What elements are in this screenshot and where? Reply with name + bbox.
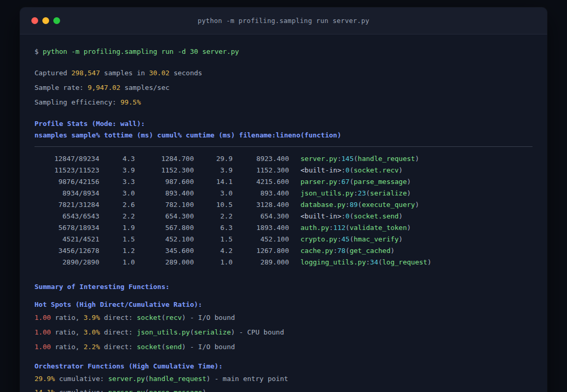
terminal-text-segment: socket.send xyxy=(354,212,399,220)
terminal-text-segment: ( xyxy=(145,375,149,383)
table-cell: 3.9 xyxy=(99,165,135,176)
terminal-text-segment: samples/sec xyxy=(120,84,169,91)
table-cell: 2.2 xyxy=(99,211,135,222)
terminal-text-segment: serialize xyxy=(370,189,407,197)
terminal-text-segment: parser.py xyxy=(108,388,145,392)
terminal-text-segment: ( xyxy=(345,247,350,255)
minimize-button[interactable] xyxy=(42,17,49,24)
terminal-text-segment: 14.1% xyxy=(34,388,55,392)
terminal-line-divider xyxy=(34,146,533,147)
terminal-text-segment: validate_token xyxy=(350,224,407,232)
terminal-text-segment: seconds xyxy=(169,69,202,77)
terminal-text-segment: socket xyxy=(137,343,161,351)
terminal-text-segment: ( xyxy=(350,235,354,243)
table-cell-location: crypto.py:45(hmac_verify) xyxy=(289,234,533,245)
terminal-text-segment: : xyxy=(341,212,345,220)
table-cell-location: json_utils.py:23(serialize) xyxy=(289,188,533,199)
table-cell: 452.100 xyxy=(233,234,289,245)
terminal-text-segment: 1.00 xyxy=(34,328,51,336)
terminal-line-row: 4521/45211.5452.1001.5452.100crypto.py:4… xyxy=(34,234,533,245)
table-cell-location: auth.py:112(validate_token) xyxy=(289,222,533,234)
terminal-text-segment: parser.py xyxy=(300,178,337,186)
table-cell: 1.0 xyxy=(194,257,233,268)
terminal-line-row: 7821/312842.6782.10010.53128.400database… xyxy=(34,199,533,211)
terminal-text-segment: 99.5% xyxy=(120,98,141,106)
terminal-text-segment: logging_utils.py xyxy=(300,258,366,266)
terminal-text-segment: execute_query xyxy=(362,201,415,209)
terminal-line-row: 9876/421563.3987.60014.14215.600parser.p… xyxy=(34,176,533,188)
terminal-text-segment: json_utils.py xyxy=(137,328,190,336)
terminal-text-segment: ( xyxy=(350,178,354,186)
table-cell: 1152.300 xyxy=(233,165,289,176)
terminal-line-row: 12847/892344.31284.70029.98923.400server… xyxy=(34,153,533,165)
table-cell: 3456/12678 xyxy=(34,245,99,257)
terminal-text-segment: ( xyxy=(161,314,166,321)
maximize-button[interactable] xyxy=(53,17,60,24)
terminal-line-orch: 14.1% cumulative: parser.py(parse_messag… xyxy=(34,386,533,392)
terminal-text-segment: <built-in> xyxy=(300,212,341,220)
table-cell: 9876/42156 xyxy=(34,176,99,188)
terminal-text-segment: ratio, xyxy=(51,328,84,336)
terminal-line-info: Captured 298,547 samples in 30.02 second… xyxy=(34,66,533,80)
close-button[interactable] xyxy=(31,17,38,24)
terminal-text-segment: python -m profiling.sampling run -d 30 s… xyxy=(43,48,239,55)
terminal-text-segment: ) xyxy=(399,212,403,220)
terminal-line-sub-heading: Hot Spots (High Direct/Cumulative Ratio)… xyxy=(34,299,533,310)
table-cell: 4.2 xyxy=(194,245,233,257)
terminal-window: python -m profiling.sampling run server.… xyxy=(20,7,547,392)
table-cell: 4215.600 xyxy=(233,176,289,188)
terminal-text-segment: ( xyxy=(366,189,370,197)
terminal-text-segment: Summary of Interesting Functions: xyxy=(34,283,169,291)
terminal-line-info: Sample rate: 9,947.02 samples/sec xyxy=(34,80,533,95)
table-cell: 2.6 xyxy=(99,199,135,211)
terminal-text-segment: Profile Stats (Mode: wall): xyxy=(34,120,145,128)
table-cell: 654.300 xyxy=(233,211,289,222)
terminal-text-segment: 1.00 xyxy=(34,343,51,351)
terminal-line-sub-heading: Orchestrator Functions (High Cumulative … xyxy=(34,361,533,372)
table-cell: 3.3 xyxy=(99,176,135,188)
terminal-content: $ python -m profiling.sampling run -d 30… xyxy=(20,34,547,392)
terminal-text-segment: cache.py xyxy=(300,247,333,255)
terminal-text-segment: : xyxy=(345,201,350,209)
terminal-text-segment: 30.02 xyxy=(149,69,169,77)
terminal-text-segment: get_cached xyxy=(350,247,390,255)
table-cell: 567.800 xyxy=(135,222,194,234)
table-cell: 2.2 xyxy=(194,211,233,222)
table-cell: 6543/6543 xyxy=(34,211,99,222)
terminal-text-segment: 2.2% xyxy=(84,343,100,351)
titlebar: python -m profiling.sampling run server.… xyxy=(20,7,547,34)
terminal-text-segment: ratio, xyxy=(51,314,84,321)
terminal-text-segment: 145 xyxy=(341,155,353,163)
table-cell: 7821/31284 xyxy=(34,199,99,211)
terminal-line-hotspot: 1.00 ratio, 3.0% direct: json_utils.py(s… xyxy=(34,325,533,340)
terminal-text-segment: ) xyxy=(202,388,206,392)
table-cell: 893.400 xyxy=(135,188,194,199)
table-cell: 1.2 xyxy=(99,245,135,257)
table-cell: 452.100 xyxy=(135,234,194,245)
terminal-text-segment: <built-in> xyxy=(300,166,341,174)
terminal-text-segment: direct: xyxy=(100,343,136,351)
terminal-text-segment: database.py xyxy=(300,201,345,209)
terminal-line-hotspot: 1.00 ratio, 3.9% direct: socket(recv) - … xyxy=(34,310,533,325)
terminal-line-row: 2890/28901.0289.0001.0289.000logging_uti… xyxy=(34,257,533,268)
table-cell: 3128.400 xyxy=(233,199,289,211)
table-cell: 1284.700 xyxy=(135,153,194,165)
terminal-text-segment: direct: xyxy=(100,314,136,321)
terminal-text-segment: cumulative: xyxy=(55,375,108,383)
table-cell: 654.300 xyxy=(135,211,194,222)
terminal-line-row: 5678/189341.9567.8006.31893.400auth.py:1… xyxy=(34,222,533,234)
terminal-text-segment: - main entry point xyxy=(211,375,288,383)
terminal-text-segment: log_request xyxy=(383,258,427,266)
terminal-text-segment: 67 xyxy=(341,178,350,186)
terminal-text-segment: - I/O bound xyxy=(186,343,235,351)
terminal-text-segment: ) xyxy=(399,166,403,174)
terminal-line-table-header: nsamples sample% tottime (ms) cumul% cum… xyxy=(34,130,533,141)
terminal-line-row: 3456/126781.2345.6004.21267.800cache.py:… xyxy=(34,245,533,257)
terminal-text-segment: ( xyxy=(350,212,354,220)
terminal-text-segment: socket.recv xyxy=(354,166,399,174)
terminal-text-segment: ) xyxy=(390,247,395,255)
table-cell: 1267.800 xyxy=(233,245,289,257)
terminal-text-segment: ) xyxy=(206,375,211,383)
table-cell-location: server.py:145(handle_request) xyxy=(289,153,533,165)
terminal-text-segment: 0 xyxy=(345,212,350,220)
